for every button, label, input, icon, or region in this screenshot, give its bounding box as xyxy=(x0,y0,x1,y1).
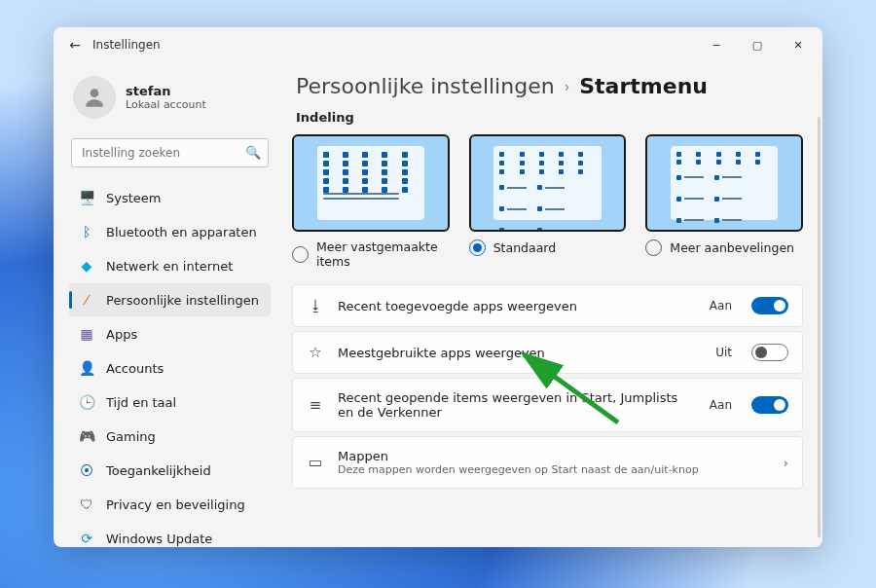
setting-label: Recent toegevoegde apps weergeven xyxy=(338,299,696,313)
sidebar-item-toegankelijkheid[interactable]: ⦿Toegankelijkheid xyxy=(69,454,271,487)
netwerk-icon: ◆ xyxy=(79,258,94,274)
settings-window: ← Instellingen ─ ▢ ✕ stefan Lokaal accou… xyxy=(54,27,822,547)
chevron-right-icon: › xyxy=(784,456,788,470)
settings-list: ⭳ Recent toegevoegde apps weergevenAan☆ … xyxy=(292,284,803,489)
layout-thumb xyxy=(292,134,450,232)
sidebar-item-bluetooth[interactable]: ᛒBluetooth en apparaten xyxy=(69,215,271,248)
layout-option-more-recs[interactable]: Meer aanbevelingen xyxy=(645,134,803,269)
bluetooth-icon: ᛒ xyxy=(79,224,94,239)
minimize-button[interactable]: ─ xyxy=(696,29,737,60)
sidebar-item-label: Apps xyxy=(106,327,137,342)
setting-subtitle: Deze mappen worden weergegeven op Start … xyxy=(338,463,770,476)
setting-label: Recent geopende items weergeven in Start… xyxy=(338,390,696,420)
sidebar-item-netwerk[interactable]: ◆Netwerk en internet xyxy=(69,249,271,282)
setting-recent-items[interactable]: ≡ Recent geopende items weergeven in Sta… xyxy=(292,378,803,432)
content-area: Persoonlijke instellingen › Startmenu In… xyxy=(282,62,822,547)
update-icon: ⟳ xyxy=(79,531,94,546)
layout-thumb xyxy=(469,134,627,232)
window-title: Instellingen xyxy=(92,38,161,52)
gaming-icon: 🎮 xyxy=(79,428,94,444)
sidebar-item-label: Accounts xyxy=(106,361,164,376)
layout-label: Meer aanbevelingen xyxy=(670,240,794,255)
sidebar-item-privacy[interactable]: 🛡Privacy en beveiliging xyxy=(69,488,271,521)
setting-label: Mappen xyxy=(338,449,770,463)
toggle-switch[interactable] xyxy=(751,297,788,314)
sidebar-item-label: Bluetooth en apparaten xyxy=(106,225,257,239)
sidebar-item-systeem[interactable]: 🖥️Systeem xyxy=(69,181,271,214)
apps-icon: ▦ xyxy=(79,326,94,342)
sidebar-item-label: Tijd en taal xyxy=(106,395,176,410)
sidebar-item-tijd[interactable]: 🕒Tijd en taal xyxy=(69,386,271,419)
setting-icon: ▭ xyxy=(307,454,324,471)
sidebar-item-label: Privacy en beveiliging xyxy=(106,497,245,512)
nav-list: 🖥️SysteemᛒBluetooth en apparaten◆Netwerk… xyxy=(69,181,271,547)
titlebar: ← Instellingen ─ ▢ ✕ xyxy=(54,27,822,62)
chevron-right-icon: › xyxy=(565,79,570,94)
toggle-state: Aan xyxy=(710,299,732,312)
sidebar-item-label: Gaming xyxy=(106,429,156,444)
maximize-button[interactable]: ▢ xyxy=(737,29,778,60)
layout-label: Standaard xyxy=(493,240,557,255)
sidebar-item-update[interactable]: ⟳Windows Update xyxy=(69,522,271,547)
sidebar-item-label: Netwerk en internet xyxy=(106,259,233,274)
breadcrumb-parent[interactable]: Persoonlijke instellingen xyxy=(296,74,555,98)
section-label-layout: Indeling xyxy=(296,110,803,125)
sidebar-item-label: Windows Update xyxy=(106,532,212,546)
sidebar-item-label: Systeem xyxy=(106,191,161,205)
sidebar-item-apps[interactable]: ▦Apps xyxy=(69,317,271,350)
svg-point-0 xyxy=(91,89,99,97)
search-icon: 🔍 xyxy=(245,145,261,160)
search-box[interactable]: 🔍 xyxy=(71,138,269,167)
close-button[interactable]: ✕ xyxy=(778,29,819,60)
setting-most-used[interactable]: ☆ Meestgebruikte apps weergevenUit xyxy=(292,331,803,374)
toggle-state: Aan xyxy=(710,398,732,412)
setting-icon: ☆ xyxy=(307,344,324,361)
scrollbar[interactable] xyxy=(818,117,821,537)
sidebar-item-persoonlijk[interactable]: ⁄Persoonlijke instellingen xyxy=(69,283,271,316)
sidebar-item-label: Toegankelijkheid xyxy=(106,463,211,478)
profile-block[interactable]: stefan Lokaal account xyxy=(69,70,271,132)
toggle-switch[interactable] xyxy=(751,396,788,414)
tijd-icon: 🕒 xyxy=(79,394,94,410)
setting-icon: ≡ xyxy=(307,396,324,414)
layout-thumb xyxy=(645,134,803,232)
systeem-icon: 🖥️ xyxy=(79,190,94,205)
sidebar-item-accounts[interactable]: 👤Accounts xyxy=(69,351,271,385)
privacy-icon: 🛡 xyxy=(79,496,94,512)
sidebar-item-label: Persoonlijke instellingen xyxy=(106,293,259,308)
setting-recent-apps[interactable]: ⭳ Recent toegevoegde apps weergevenAan xyxy=(292,284,803,327)
avatar-icon xyxy=(73,76,116,119)
profile-subtitle: Lokaal account xyxy=(126,98,206,111)
layout-label: Meer vastgemaakte items xyxy=(316,239,450,269)
radio-icon[interactable] xyxy=(645,239,662,256)
toggle-switch[interactable] xyxy=(751,344,788,361)
accounts-icon: 👤 xyxy=(79,360,94,376)
setting-label: Meestgebruikte apps weergeven xyxy=(338,346,702,360)
sidebar-item-gaming[interactable]: 🎮Gaming xyxy=(69,420,271,453)
setting-icon: ⭳ xyxy=(307,297,324,314)
radio-icon[interactable] xyxy=(469,239,486,256)
back-button[interactable]: ← xyxy=(57,37,92,53)
breadcrumb: Persoonlijke instellingen › Startmenu xyxy=(296,74,803,98)
persoonlijk-icon: ⁄ xyxy=(79,292,94,308)
sidebar: stefan Lokaal account 🔍 🖥️SysteemᛒBlueto… xyxy=(54,62,282,547)
setting-folders[interactable]: ▭ MappenDeze mappen worden weergegeven o… xyxy=(292,436,803,489)
search-input[interactable] xyxy=(71,138,269,167)
toegankelijkheid-icon: ⦿ xyxy=(79,462,94,478)
breadcrumb-current: Startmenu xyxy=(579,74,708,98)
radio-icon[interactable] xyxy=(292,246,309,263)
toggle-state: Uit xyxy=(715,346,732,359)
profile-name: stefan xyxy=(126,84,206,98)
layout-options: Meer vastgemaakte items Standaard Meer a… xyxy=(292,134,803,269)
layout-option-more-pinned[interactable]: Meer vastgemaakte items xyxy=(292,134,450,269)
layout-option-default[interactable]: Standaard xyxy=(469,134,627,269)
